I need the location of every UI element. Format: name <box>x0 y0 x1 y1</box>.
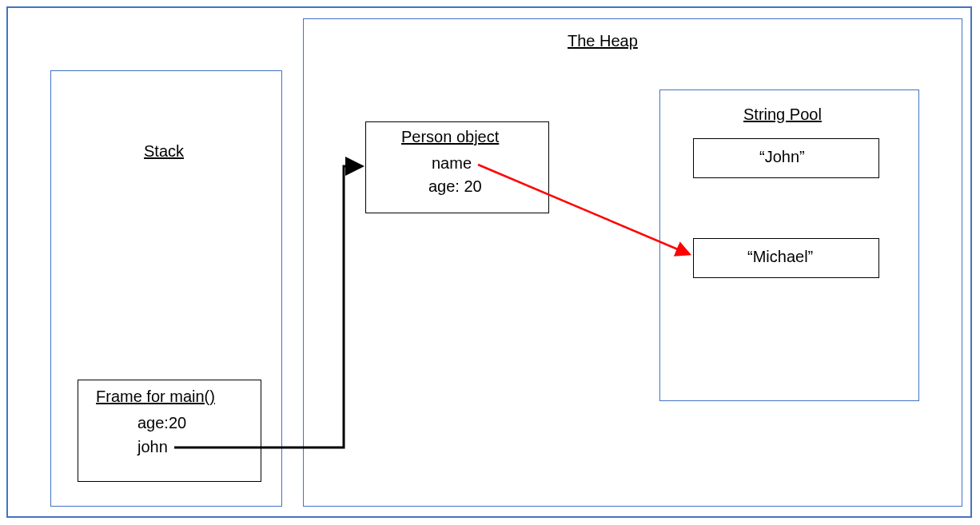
stack-frame-age: age:20 <box>137 414 186 432</box>
memory-diagram: Stack Frame for main() age:20 john The H… <box>0 0 980 525</box>
person-object-age: age: 20 <box>428 177 482 196</box>
stack-title: Stack <box>144 142 184 161</box>
string-pool-title: String Pool <box>743 105 822 124</box>
string-michael-text: “Michael” <box>747 248 813 266</box>
person-object-name: name <box>432 154 472 173</box>
stack-frame-john: john <box>137 438 168 456</box>
heap-title: The Heap <box>568 32 638 50</box>
string-john-text: “John” <box>759 148 805 166</box>
person-object-title: Person object <box>401 128 499 146</box>
stack-frame-title: Frame for main() <box>96 388 215 406</box>
